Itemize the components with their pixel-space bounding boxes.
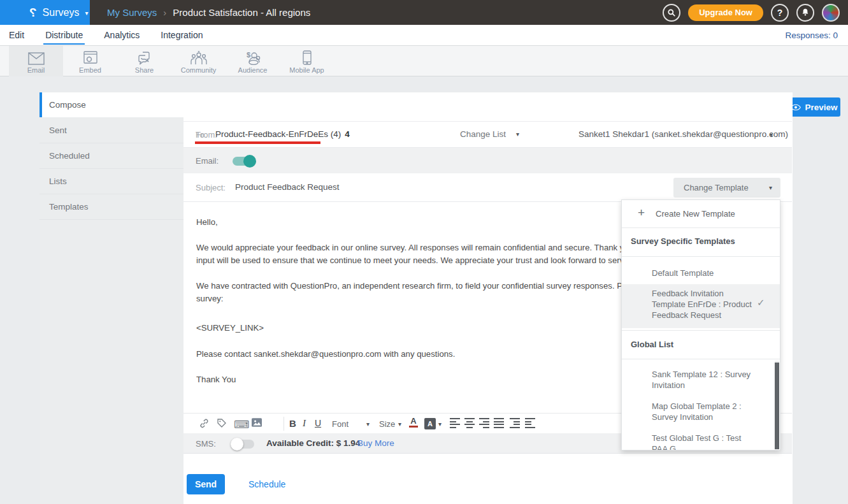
from-sender-value[interactable]: Sanket1 Shekdar1 (sanket.shekdar@questio… <box>579 129 788 139</box>
outdent-button[interactable] <box>525 418 535 428</box>
email-toggle[interactable] <box>233 157 254 166</box>
channel-audience[interactable]: $ Audience <box>226 46 280 76</box>
surveys-product-menu[interactable]: ? Surveys ▾ <box>0 0 90 25</box>
background-color-button[interactable]: A <box>424 418 436 429</box>
template-item-feedback-invitation[interactable]: Feedback Invitation Template EnFrDe : Pr… <box>652 288 754 320</box>
subject-value[interactable]: Product Feedback Request <box>235 182 340 192</box>
sidebar-item-sent[interactable]: Sent <box>40 118 183 143</box>
tab-distribute[interactable]: Distribute <box>43 25 85 45</box>
subject-row: Subject: Product Feedback Request Change… <box>183 173 792 202</box>
template-item-sank-12[interactable]: Sank Template 12 : Survey Invitation <box>652 369 754 391</box>
email-label: Email: <box>196 156 219 166</box>
preview-button[interactable]: Preview <box>788 97 840 117</box>
sidebar-item-scheduled[interactable]: Scheduled <box>40 143 183 169</box>
tab-integration[interactable]: Integration <box>159 25 205 45</box>
sidebar-item-label: Lists <box>49 176 67 186</box>
chevron-down-icon: ▾ <box>769 184 772 191</box>
font-dropdown[interactable]: Font <box>332 419 349 429</box>
toggle-knob <box>231 438 243 450</box>
template-item-default[interactable]: Default Template <box>652 268 754 278</box>
insert-image-button[interactable] <box>252 418 262 427</box>
change-template-button[interactable]: Change Template ▾ <box>673 178 780 198</box>
send-button[interactable]: Send <box>187 474 225 494</box>
breadcrumb-current-survey: Product Satisfaction - All regions <box>173 7 310 18</box>
chevron-down-icon: ▾ <box>516 131 519 138</box>
align-left-button[interactable] <box>450 418 460 428</box>
channel-share[interactable]: Share <box>117 46 171 76</box>
recipient-count: 4 <box>345 129 350 139</box>
change-template-label: Change Template <box>684 183 749 192</box>
bold-button[interactable]: B <box>289 418 296 429</box>
change-list-dropdown[interactable]: Change List ▾ <box>460 129 519 139</box>
sidebar-item-lists[interactable]: Lists <box>40 169 183 194</box>
buy-more-link[interactable]: Buy More <box>357 438 394 448</box>
link-icon <box>199 418 210 429</box>
recipient-list-text: Product-Feedback-EnFrDeEs (4) <box>215 129 341 139</box>
change-template-menu: + Create New Template Survey Specific Te… <box>621 199 780 450</box>
tab-edit[interactable]: Edit <box>7 25 26 45</box>
keyboard-button[interactable]: ⌨ <box>234 418 250 431</box>
create-new-template-label: Create New Template <box>656 209 735 219</box>
from-label: From: <box>196 130 217 140</box>
survey-specific-templates-header: Survey Specific Templates <box>631 236 735 246</box>
top-header: ? Surveys ▾ My Surveys › Product Satisfa… <box>0 0 848 25</box>
sidebar-item-templates[interactable]: Templates <box>40 194 183 220</box>
size-dropdown[interactable]: Size <box>379 419 395 429</box>
sidebar-item-compose[interactable]: Compose <box>40 92 183 118</box>
sms-label: SMS: <box>196 439 216 449</box>
mobile-phone-icon <box>303 50 312 65</box>
chevron-down-icon[interactable]: ▾ <box>398 421 401 428</box>
underline-button[interactable]: U <box>315 418 321 428</box>
question-mark-icon: ? <box>777 8 783 18</box>
channel-mobile-app[interactable]: Mobile App <box>280 46 334 76</box>
channel-embed[interactable]: Embed <box>63 46 117 76</box>
audience-dollar-icon: $ <box>245 50 261 65</box>
align-center-button[interactable] <box>464 418 475 428</box>
notifications-button[interactable] <box>796 4 814 22</box>
text-color-letter: A <box>410 417 416 425</box>
sms-toggle[interactable] <box>233 440 254 449</box>
indent-button[interactable] <box>510 418 520 428</box>
menu-scrollbar-thumb[interactable] <box>775 363 779 449</box>
channel-label: Embed <box>79 66 101 74</box>
bell-icon <box>801 8 810 17</box>
help-button[interactable]: ? <box>771 4 789 22</box>
italic-button[interactable]: I <box>303 418 306 429</box>
template-item-test-global[interactable]: Test Global Test G : Test PAA G <box>652 433 754 450</box>
outdent-icon <box>525 418 535 428</box>
profile-avatar[interactable] <box>822 4 840 22</box>
channel-email[interactable]: Email <box>9 46 63 76</box>
menu-divider <box>622 256 780 257</box>
responses-count[interactable]: Responses: 0 <box>785 31 838 40</box>
email-sidebar: Compose Sent Scheduled Lists Templates <box>40 92 183 504</box>
indent-icon <box>510 418 520 428</box>
insert-link-button[interactable] <box>199 418 210 429</box>
tag-icon <box>217 418 227 428</box>
template-item-map-global-2[interactable]: Map Global Template 2 : Survey Invitatio… <box>652 401 754 422</box>
channel-community[interactable]: Community <box>171 46 226 76</box>
channel-label: Share <box>135 66 154 74</box>
plus-icon: + <box>638 206 645 220</box>
chevron-down-icon[interactable]: ▾ <box>366 421 370 428</box>
align-justify-button[interactable] <box>494 418 504 428</box>
channel-label: Mobile App <box>289 66 324 74</box>
text-color-button[interactable]: A <box>409 417 418 428</box>
channel-label: Email <box>27 66 45 74</box>
sidebar-item-label: Templates <box>49 202 89 212</box>
breadcrumb-my-surveys[interactable]: My Surveys <box>107 7 157 18</box>
search-button[interactable] <box>663 4 680 22</box>
tab-analytics[interactable]: Analytics <box>102 25 141 45</box>
sidebar-item-label: Scheduled <box>49 151 90 161</box>
schedule-link[interactable]: Schedule <box>248 479 285 489</box>
chevron-down-icon[interactable]: ▾ <box>438 421 442 428</box>
align-justify-icon <box>494 418 504 428</box>
merge-tag-button[interactable] <box>217 418 227 428</box>
recipient-list-name[interactable]: Product-Feedback-EnFrDeEs (4)4 <box>215 129 350 139</box>
check-icon: ✓ <box>757 297 765 308</box>
upgrade-now-button[interactable]: Upgrade Now <box>688 4 763 21</box>
create-new-template-item[interactable]: + Create New Template <box>622 200 780 228</box>
toggle-knob <box>243 155 256 168</box>
keyboard-icon: ⌨ <box>234 418 250 431</box>
preview-label: Preview <box>805 103 837 112</box>
align-right-button[interactable] <box>479 418 489 428</box>
